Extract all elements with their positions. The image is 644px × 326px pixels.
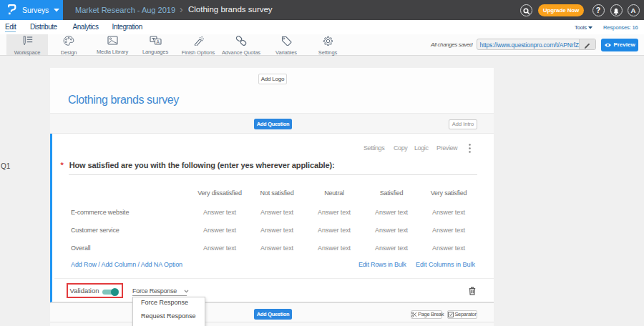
svg-text:A: A [156,39,160,44]
